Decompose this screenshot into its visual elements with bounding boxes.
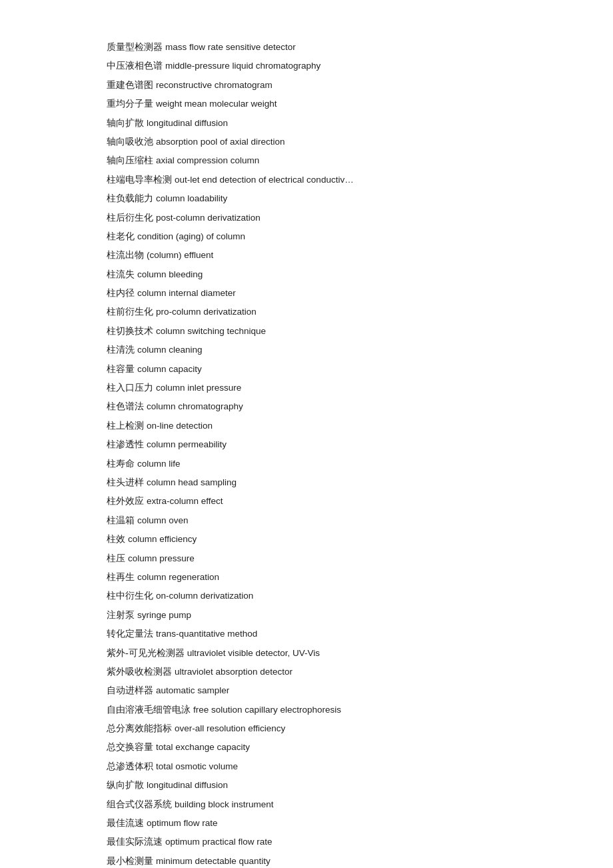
term-chinese: 柱清洗 [107, 345, 135, 355]
list-item: 柱前衍生化pro-column derivatization [107, 305, 506, 319]
term-english: absorption pool of axial direction [156, 137, 285, 147]
term-chinese: 柱外效应 [107, 496, 144, 506]
term-chinese: 柱温箱 [107, 515, 135, 525]
term-english: column loadability [156, 193, 227, 203]
list-item: 重均分子量weight mean molecular weight [107, 97, 506, 111]
list-item: 柱流失column bleeding [107, 267, 506, 282]
term-chinese: 柱内径 [107, 288, 135, 298]
list-item: 柱温箱column oven [107, 513, 506, 528]
term-chinese: 自由溶液毛细管电泳 [107, 705, 191, 715]
term-chinese: 最小检测量 [107, 856, 153, 866]
term-english: total exchange capacity [156, 742, 250, 752]
term-chinese: 柱寿命 [107, 459, 135, 469]
term-english: building block instrument [175, 799, 274, 809]
term-chinese: 纵向扩散 [107, 780, 144, 790]
term-english: column regeneration [137, 572, 219, 582]
term-english: syringe pump [137, 610, 191, 620]
list-item: 重建色谱图reconstructive chromatogram [107, 78, 506, 93]
list-item: 柱再生column regeneration [107, 570, 506, 585]
term-english: on-line detection [147, 421, 213, 431]
list-item: 柱中衍生化on-column derivatization [107, 589, 506, 603]
list-item: 柱寿命column life [107, 457, 506, 471]
list-item: 柱色谱法column chromatography [107, 399, 506, 414]
term-chinese: 柱再生 [107, 572, 135, 582]
list-item: 柱老化condition (aging) of column [107, 229, 506, 244]
term-english: mass flow rate sensitive detector [165, 42, 296, 52]
term-english: over-all resolution efficiency [175, 723, 285, 733]
term-english: pro-column derivatization [156, 307, 257, 317]
term-chinese: 重建色谱图 [107, 80, 153, 90]
list-item: 最佳实际流速optimum practical flow rate [107, 835, 506, 849]
list-item: 质量型检测器mass flow rate sensitive detector [107, 40, 506, 55]
term-chinese: 柱负载能力 [107, 193, 153, 203]
term-english: column bleeding [137, 269, 203, 279]
list-item: 紫外-可见光检测器ultraviolet visible detector, U… [107, 646, 506, 661]
term-english: column cleaning [137, 345, 203, 355]
list-item: 纵向扩散longitudinal diffusion [107, 778, 506, 793]
list-item: 柱负载能力column loadability [107, 191, 506, 206]
list-item: 柱外效应extra-column effect [107, 494, 506, 509]
term-chinese: 自动进样器 [107, 685, 153, 695]
term-chinese: 轴向扩散 [107, 118, 144, 128]
list-item: 柱渗透性column permeability [107, 437, 506, 452]
term-english: column life [137, 459, 181, 469]
term-english: trans-quantitative method [156, 629, 257, 639]
term-english: ultraviolet visible detector, UV-Vis [187, 648, 320, 658]
term-chinese: 柱头进样 [107, 477, 144, 487]
term-chinese: 柱流失 [107, 269, 135, 279]
list-item: 柱端电导率检测out-let end detection of electric… [107, 173, 506, 187]
term-english: extra-column effect [147, 496, 223, 506]
term-chinese: 注射泵 [107, 610, 135, 620]
list-item: 总分离效能指标over-all resolution efficiency [107, 721, 506, 736]
list-item: 柱流出物(column) effluent [107, 248, 506, 263]
list-item: 注射泵syringe pump [107, 608, 506, 623]
term-chinese: 轴向吸收池 [107, 137, 153, 147]
term-english: reconstructive chromatogram [156, 80, 273, 90]
term-english: column inlet pressure [156, 383, 241, 393]
term-english: weight mean molecular weight [156, 99, 277, 109]
term-english: column pressure [128, 553, 195, 563]
term-chinese: 柱老化 [107, 231, 135, 241]
list-item: 转化定量法trans-quantitative method [107, 627, 506, 641]
list-item: 组合式仪器系统building block instrument [107, 797, 506, 812]
term-chinese: 柱效 [107, 534, 125, 544]
term-chinese: 柱后衍生化 [107, 213, 153, 223]
term-chinese: 柱压 [107, 553, 125, 563]
term-chinese: 最佳流速 [107, 818, 144, 828]
term-chinese: 柱流出物 [107, 250, 144, 260]
list-item: 柱后衍生化post-column derivatization [107, 211, 506, 225]
list-item: 自动进样器automatic sampler [107, 683, 506, 698]
list-item: 柱效column efficiency [107, 532, 506, 547]
list-item: 柱清洗column cleaning [107, 343, 506, 357]
term-list: 质量型检测器mass flow rate sensitive detector中… [107, 40, 506, 868]
term-chinese: 中压液相色谱 [107, 61, 163, 71]
term-chinese: 柱前衍生化 [107, 307, 153, 317]
term-chinese: 总分离效能指标 [107, 723, 172, 733]
list-item: 柱容量column capacity [107, 362, 506, 377]
term-english: ultraviolet absorption detector [175, 667, 293, 677]
term-chinese: 转化定量法 [107, 629, 153, 639]
term-chinese: 组合式仪器系统 [107, 799, 172, 809]
list-item: 紫外吸收检测器ultraviolet absorption detector [107, 665, 506, 679]
list-item: 柱入口压力column inlet pressure [107, 381, 506, 395]
list-item: 总渗透体积total osmotic volume [107, 759, 506, 774]
term-chinese: 最佳实际流速 [107, 837, 163, 847]
term-chinese: 柱渗透性 [107, 439, 144, 449]
term-chinese: 总渗透体积 [107, 761, 153, 771]
term-chinese: 紫外吸收检测器 [107, 667, 172, 677]
term-english: total osmotic volume [156, 761, 238, 771]
term-english: column switching technique [156, 326, 266, 336]
list-item: 中压液相色谱middle-pressure liquid chromatogra… [107, 59, 506, 73]
term-chinese: 紫外-可见光检测器 [107, 648, 185, 658]
term-english: column permeability [147, 439, 227, 449]
term-chinese: 柱色谱法 [107, 401, 144, 411]
list-item: 柱内径column internal diameter [107, 286, 506, 301]
term-chinese: 柱上检测 [107, 421, 144, 431]
term-chinese: 重均分子量 [107, 99, 153, 109]
term-chinese: 柱入口压力 [107, 383, 153, 393]
term-english: (column) effluent [147, 250, 213, 260]
term-english: out-let end detection of electrical cond… [175, 175, 354, 185]
term-english: minimum detectable quantity [156, 856, 271, 866]
list-item: 轴向扩散longitudinal diffusion [107, 116, 506, 131]
term-chinese: 质量型检测器 [107, 42, 163, 52]
